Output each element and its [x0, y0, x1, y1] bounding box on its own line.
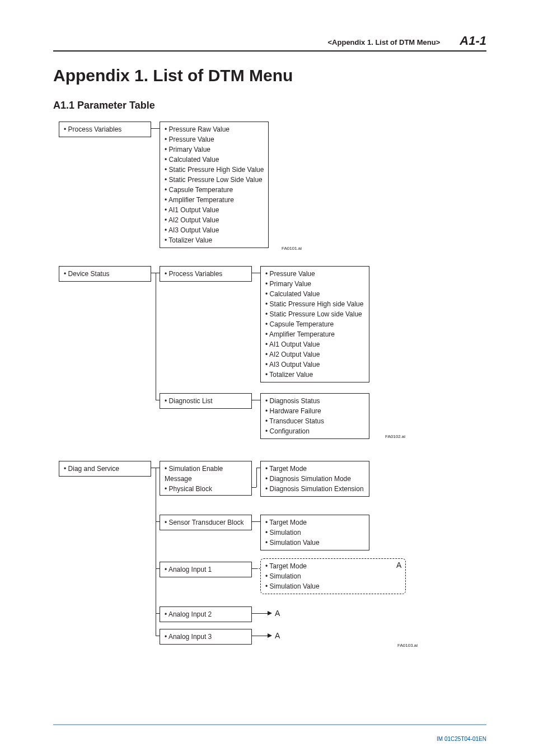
page-number: A1-1	[460, 34, 486, 48]
header-context: <Appendix 1. List of DTM Menu>	[328, 38, 441, 46]
fig3-ref-a3: A	[275, 631, 280, 640]
fig2-child2-items: Diagnosis Status Hardware Failure Transd…	[260, 393, 369, 439]
fig3-col2-box2: Sensor Transducer Block	[160, 515, 252, 530]
footer-rule	[53, 724, 486, 725]
figure-1: Process Variables Pressure Raw Value Pre…	[53, 122, 486, 250]
fig2-root: Device Status	[59, 266, 151, 282]
fig3-col3-box1: Target Mode Diagnosis Simulation Mode Di…	[260, 461, 369, 497]
figure-3: Diag and Service Simulation Enable Messa…	[53, 461, 486, 657]
fig2-caption: FA0102.ai	[385, 434, 405, 439]
document-id: IM 01C25T04-01EN	[437, 736, 486, 742]
fig3-caption: FA0103.ai	[397, 643, 418, 648]
arrow-icon	[268, 633, 272, 638]
fig3-col3-box2: Target Mode Simulation Simulation Value	[260, 515, 369, 550]
fig3-root: Diag and Service	[59, 461, 151, 477]
fig1-root: Process Variables	[59, 122, 151, 137]
fig3-col2-box4: Analog Input 2	[160, 606, 252, 622]
fig2-child1: Process Variables	[160, 266, 252, 282]
section-heading: A1.1 Parameter Table	[53, 100, 486, 111]
figure-2: Device Status Process Variables Pressure…	[53, 266, 486, 445]
fig3-col2-box1: Simulation Enable Message Physical Block	[160, 461, 252, 496]
fig3-col2-box3: Analog Input 1	[160, 562, 252, 577]
fig3-col2-box5: Analog Input 3	[160, 629, 252, 645]
arrow-icon	[268, 611, 272, 615]
fig3-col3-box3: Target Mode Simulation Simulation Value	[260, 558, 406, 594]
appendix-title: Appendix 1. List of DTM Menu	[53, 66, 486, 85]
fig2-child2: Diagnostic List	[160, 393, 252, 409]
fig2-child1-items: Pressure Value Primary Value Calculated …	[260, 266, 369, 382]
page-header: <Appendix 1. List of DTM Menu> A1-1	[53, 34, 486, 52]
fig1-caption: FA0101.ai	[282, 246, 302, 251]
fig1-children: Pressure Raw Value Pressure Value Primar…	[160, 122, 269, 248]
fig3-ref-a1: A	[396, 561, 401, 570]
fig3-ref-a2: A	[275, 609, 280, 618]
